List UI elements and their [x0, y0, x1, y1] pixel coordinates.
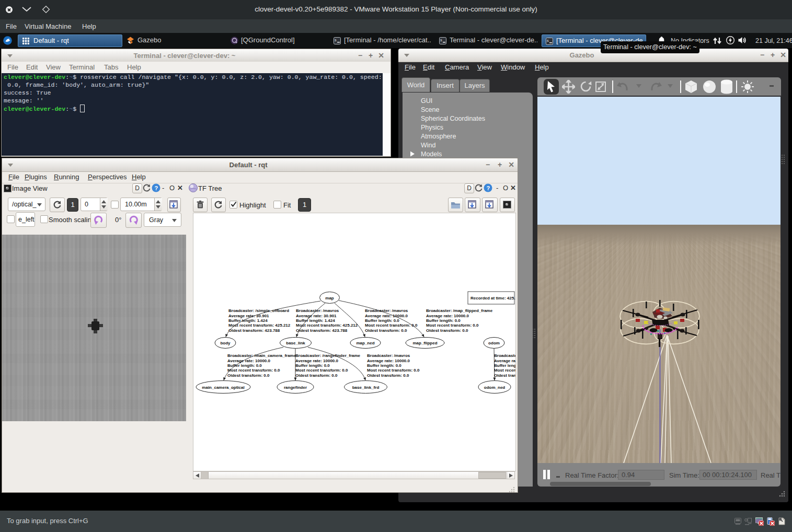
svg-text:map_flipped: map_flipped: [412, 341, 437, 345]
svg-text:Average rate: 10000.0: Average rate: 10000.0: [227, 358, 271, 363]
svg-text:Buffer length: 0.0: Buffer length: 0.0: [426, 318, 461, 323]
svg-text:Oldest transform: 0.0: Oldest transform: 0.0: [365, 328, 407, 333]
svg-text:Oldest transform: 0.0: Oldest transform: 0.0: [426, 328, 468, 333]
svg-text:odom: odom: [488, 341, 500, 345]
svg-text:base_link_frd: base_link_frd: [352, 385, 380, 390]
svg-text:main_camera_optical: main_camera_optical: [202, 385, 244, 390]
svg-text:Broadcaster: /mavros: Broadcaster: /mavros: [367, 353, 410, 358]
svg-text:Average rate: 10000.0: Average rate: 10000.0: [367, 358, 410, 363]
svg-text:body: body: [220, 341, 231, 345]
svg-text:rangefinder: rangefinder: [284, 385, 307, 390]
svg-text:odom_ned: odom_ned: [484, 385, 506, 390]
svg-text:$: $: [335, 39, 337, 42]
svg-text:$: $: [547, 39, 549, 43]
svg-text:Oldest transform: 0.0: Oldest transform: 0.0: [295, 373, 338, 378]
svg-text:Buffer length: 1.424: Buffer length: 1.424: [228, 318, 268, 323]
svg-text:Broadcaster: /main_camera_fram: Broadcaster: /main_camera_frame: [227, 353, 296, 358]
svg-text:Oldest transform: 423.788: Oldest transform: 423.788: [228, 328, 280, 333]
svg-text:Oldest transform: 0.: Oldest transform: 0.: [494, 373, 515, 378]
svg-text:Buffer length: 0.0: Buffer length: 0.0: [295, 363, 330, 368]
svg-text:Buffer length: 0.0: Buffer length: 0.0: [367, 363, 401, 368]
svg-text:Most recent transform: 0.0: Most recent transform: 0.0: [426, 323, 479, 328]
svg-text:Broadcaster: /mavros: Broadcaster: /mavros: [296, 308, 339, 313]
svg-text:Most recent transform: 0.0: Most recent transform: 0.0: [227, 368, 280, 373]
svg-text:Broadcaster: /map_flipped_fram: Broadcaster: /map_flipped_frame: [426, 308, 493, 313]
svg-text:Oldest transform: 423.788: Oldest transform: 423.788: [296, 328, 348, 333]
svg-text:Most recent transform: 0.0: Most recent transform: 0.0: [365, 323, 418, 328]
svg-text:$: $: [440, 39, 442, 42]
svg-text:Buffer length: 0.0: Buffer length: 0.0: [227, 363, 262, 368]
svg-text:Buffer length: 0.0: Buffer length: 0.0: [494, 363, 515, 368]
svg-text:Average rate: 10000.0: Average rate: 10000.0: [295, 358, 339, 363]
svg-text:Broadcaster: /map_ned_fr: Broadcaster: /map_ned_fr: [494, 353, 515, 358]
svg-text:map: map: [325, 296, 334, 300]
svg-text:?: ?: [487, 185, 490, 191]
svg-text:Most recent transform: 0.0: Most recent transform: 0.0: [295, 368, 348, 373]
svg-text:Broadcaster: /mavros: Broadcaster: /mavros: [365, 308, 408, 313]
svg-text:Average rate: 30.901: Average rate: 30.901: [228, 314, 269, 318]
svg-text:Most recent transform: Most recent transform: [494, 368, 515, 373]
svg-text:map_ned: map_ned: [356, 341, 374, 345]
svg-text:Recorded at time: 425.: Recorded at time: 425.: [470, 296, 515, 300]
svg-text:Most recent transform: 425.212: Most recent transform: 425.212: [228, 323, 291, 328]
svg-text:Broadcaster: /rangefinder_fram: Broadcaster: /rangefinder_frame: [295, 353, 361, 358]
svg-text:base_link: base_link: [286, 341, 305, 345]
svg-text:Oldest transform: 0.0: Oldest transform: 0.0: [367, 373, 409, 378]
svg-text:Average rate: 30.901: Average rate: 30.901: [296, 314, 337, 318]
svg-text:Average rate: 10000.: Average rate: 10000.: [494, 358, 515, 363]
svg-text:?: ?: [155, 185, 158, 191]
svg-text:Most recent transform: 0.0: Most recent transform: 0.0: [367, 368, 420, 373]
svg-text:Average rate: 10000.0: Average rate: 10000.0: [426, 314, 469, 318]
svg-text:Most recent transform: 425.212: Most recent transform: 425.212: [296, 323, 358, 328]
svg-text:Buffer length: 0.0: Buffer length: 0.0: [365, 318, 399, 323]
svg-text:Broadcaster: /simple_offboard: Broadcaster: /simple_offboard: [228, 308, 289, 313]
svg-text:Average rate: 10000.0: Average rate: 10000.0: [365, 314, 408, 318]
svg-text:Oldest transform: 0.0: Oldest transform: 0.0: [227, 373, 270, 378]
svg-text:Buffer length: 1.424: Buffer length: 1.424: [296, 318, 335, 323]
